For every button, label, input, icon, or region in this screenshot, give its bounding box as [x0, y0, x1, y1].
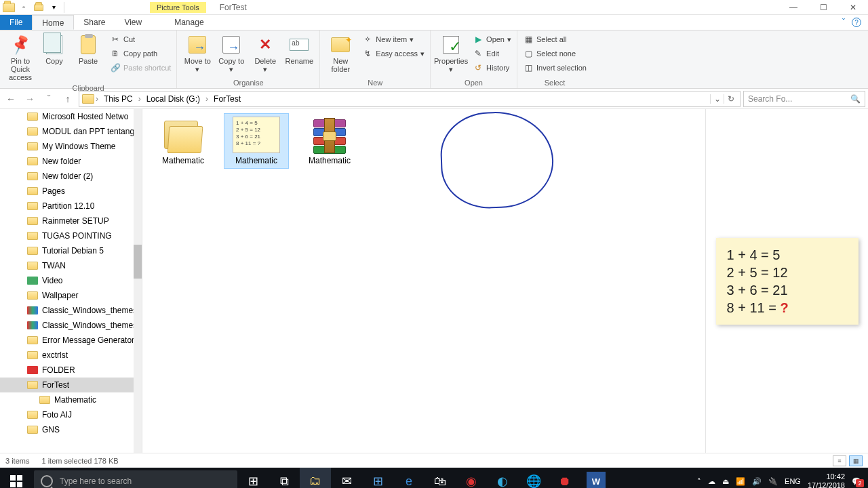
content-pane[interactable]: Mathematic 1 + 4 = 5 2 + 5 = 12 3 + 6 = … [142, 109, 705, 453]
delete-button[interactable]: ✕Delete▾ [249, 33, 281, 75]
tray-network-icon[interactable]: 📶 [736, 477, 745, 486]
tree-item[interactable]: FOLDER [0, 363, 142, 378]
minimize-button[interactable]: — [778, 0, 808, 15]
tree-item[interactable]: Microsoft Hosted Netwo [0, 109, 142, 124]
tree-item[interactable]: Rainmeter SETUP [0, 214, 142, 228]
tree-item[interactable]: Foto AIJ [0, 407, 142, 422]
tree-item[interactable]: exctrlst [0, 348, 142, 363]
breadcrumb-disk[interactable]: Local Disk (G:) [142, 94, 204, 104]
address-dropdown[interactable]: ⌄ [710, 94, 724, 104]
easy-access-button[interactable]: ↯Easy access ▾ [361, 47, 426, 60]
qat-overflow[interactable]: ▾ [47, 1, 60, 14]
taskbar-chrome[interactable]: 🌐 [518, 468, 549, 488]
paste-shortcut-button[interactable]: 🔗Paste shortcut [108, 61, 172, 75]
up-button[interactable]: ↑ [60, 91, 76, 107]
tree-item[interactable]: Error Message Generator [0, 333, 142, 348]
tree-item[interactable]: Classic_Windows_themes [0, 318, 142, 333]
forward-button[interactable]: → [22, 91, 38, 107]
select-none-button[interactable]: ▢Select none [521, 47, 588, 60]
taskbar-app[interactable]: 🛍 [425, 468, 456, 488]
tray-cloud-icon[interactable]: ☁ [708, 477, 715, 486]
taskbar-edge[interactable]: e [393, 468, 425, 488]
file-item-rar[interactable]: Mathematic [297, 113, 362, 169]
details-view-button[interactable]: ≡ [833, 455, 846, 466]
tree-item[interactable]: Partition 12.10 [0, 199, 142, 214]
edit-button[interactable]: ✎Edit [471, 47, 513, 60]
folder-icon [27, 426, 38, 434]
copy-path-button[interactable]: 🗎Copy path [108, 47, 172, 60]
tree-item[interactable]: MODUL dan PPT tentang [0, 124, 142, 139]
tree-item[interactable]: TUGAS POINTING [0, 228, 142, 243]
copy-to-button[interactable]: →Copy to ▾ [215, 33, 248, 75]
taskbar-store[interactable]: ⊞ [362, 468, 393, 488]
tree-item[interactable]: ForTest [0, 378, 142, 392]
tray-battery-icon[interactable]: 🔌 [768, 477, 778, 486]
select-all-button[interactable]: ▦Select all [521, 33, 588, 46]
close-button[interactable]: ✕ [838, 0, 868, 15]
address-bar[interactable]: › This PC › Local Disk (G:) › ForTest ⌄↻ [79, 91, 741, 107]
cut-button[interactable]: ✂Cut [108, 33, 172, 46]
tray-expand-icon[interactable]: ˄ [697, 477, 701, 486]
tree-item[interactable]: New folder (2) [0, 169, 142, 184]
taskbar-explorer[interactable]: 🗂 [300, 468, 331, 488]
breadcrumb-folder[interactable]: ForTest [210, 94, 245, 104]
taskbar-app[interactable]: ◐ [487, 468, 518, 488]
tree-item[interactable]: GNS [0, 422, 142, 437]
tab-file[interactable]: File [0, 15, 32, 30]
file-item-image[interactable]: 1 + 4 = 5 2 + 5 = 12 3 + 6 = 21 8 + 11 =… [224, 113, 289, 169]
tab-view[interactable]: View [115, 15, 151, 30]
tree-item[interactable]: Pages [0, 184, 142, 199]
tray-volume-icon[interactable]: 🔊 [752, 477, 762, 486]
tree-scrollbar[interactable] [134, 109, 142, 453]
taskbar-mail[interactable]: ✉ [331, 468, 362, 488]
maximize-button[interactable]: ☐ [808, 0, 838, 15]
tree-item[interactable]: Tutorial Debian 5 [0, 243, 142, 258]
tree-item-label: FOLDER [42, 365, 75, 375]
start-button[interactable] [0, 468, 33, 488]
tab-manage[interactable]: Manage [165, 15, 213, 30]
tree-item[interactable]: Mathematic [0, 392, 142, 407]
taskbar-app[interactable]: ⏺ [549, 468, 580, 488]
refresh-button[interactable]: ↻ [724, 94, 737, 104]
taskbar-search[interactable]: Type here to search [34, 470, 237, 488]
tree-item[interactable]: Classic_Windows_themes [0, 303, 142, 318]
breadcrumb-pc[interactable]: This PC [100, 94, 137, 104]
taskbar-clock[interactable]: 10:42 17/12/2018 [808, 472, 845, 488]
taskbar-app[interactable]: ◉ [456, 468, 487, 488]
invert-selection-button[interactable]: ◫Invert selection [521, 61, 588, 75]
new-item-button[interactable]: ✧New item ▾ [361, 33, 426, 46]
open-button[interactable]: ▶Open ▾ [471, 33, 513, 46]
search-box[interactable]: Search Fo... 🔍 [743, 91, 865, 107]
properties-button[interactable]: Properties▾ [435, 33, 467, 75]
tab-share[interactable]: Share [74, 15, 115, 30]
ribbon-collapse-icon[interactable]: ˇ [842, 18, 845, 27]
action-center-icon[interactable]: 💬 [852, 477, 861, 486]
taskbar-word[interactable]: W [587, 472, 606, 488]
new-folder-button[interactable]: New folder [324, 33, 357, 75]
copy-button[interactable]: Copy [38, 33, 71, 66]
task-view-button[interactable]: ⊞ [237, 468, 269, 488]
icons-view-button[interactable]: ▦ [849, 455, 863, 466]
tree-item[interactable]: Video [0, 273, 142, 288]
taskbar-app[interactable]: ⧉ [269, 468, 300, 488]
tree-item[interactable]: New folder [0, 154, 142, 169]
tree-item[interactable]: TWAN [0, 258, 142, 273]
select-none-icon: ▢ [523, 48, 534, 59]
tray-usb-icon[interactable]: ⏏ [722, 477, 729, 486]
tab-home[interactable]: Home [32, 15, 74, 30]
qat-item[interactable]: ▫ [18, 1, 30, 14]
history-button[interactable]: ↺History [471, 61, 513, 75]
navigation-tree[interactable]: Microsoft Hosted NetwoMODUL dan PPT tent… [0, 109, 142, 453]
tree-item[interactable]: Wallpaper [0, 288, 142, 303]
pin-button[interactable]: 📌 Pin to Quick access [4, 33, 37, 83]
paste-button[interactable]: Paste [72, 33, 104, 66]
file-item-folder[interactable]: Mathematic [151, 113, 216, 169]
rename-button[interactable]: Rename [283, 33, 315, 66]
move-to-button[interactable]: →Move to ▾ [181, 33, 214, 75]
recent-dropdown[interactable]: ˇ [41, 91, 57, 107]
back-button[interactable]: ← [3, 91, 19, 107]
qat-item[interactable] [33, 1, 45, 14]
help-icon[interactable]: ? [852, 18, 861, 27]
tree-item[interactable]: My Windows Theme [0, 139, 142, 154]
tray-language[interactable]: ENG [785, 477, 801, 485]
